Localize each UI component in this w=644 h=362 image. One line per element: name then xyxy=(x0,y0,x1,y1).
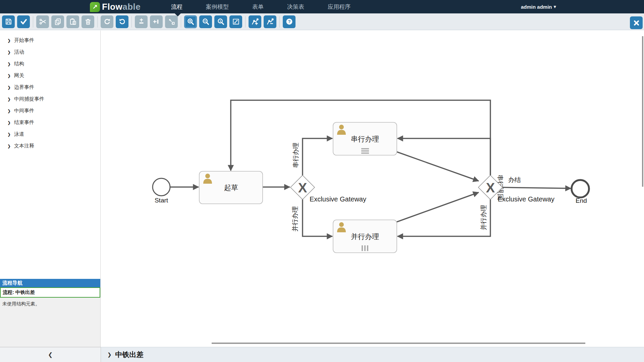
sidebar-item-label: 网关 xyxy=(14,72,24,79)
flow-serial-to-gateway2[interactable] xyxy=(397,152,479,181)
flow-gateway2-to-end[interactable] xyxy=(502,187,571,188)
align-horizontal-icon xyxy=(153,18,160,25)
toolbar-separator xyxy=(279,16,280,27)
navbar-tabs: 流程案例模型表单决策表应用程序 xyxy=(171,0,351,13)
chevron-down-icon: ▾ xyxy=(553,4,556,10)
canvas-horizontal-scrollbar[interactable] xyxy=(212,343,585,344)
zoom-out-button[interactable] xyxy=(199,15,212,28)
save-button[interactable] xyxy=(2,15,15,28)
tab-决策表[interactable]: 决策表 xyxy=(287,3,304,11)
zoom-actual-button[interactable]: 1 xyxy=(214,15,227,28)
paste-button[interactable] xyxy=(66,15,79,28)
sidebar-footer: ❮ xyxy=(0,347,101,362)
process-navigator-current[interactable]: 流程: 中铁出差 xyxy=(0,287,100,298)
svg-text:?: ? xyxy=(288,19,290,24)
breadcrumb-process-name[interactable]: 中铁出差 xyxy=(115,350,144,359)
start-event-node[interactable]: Start xyxy=(153,178,170,204)
user-task-serial[interactable]: 串行办理 xyxy=(333,122,397,155)
same-size-button[interactable] xyxy=(165,15,178,28)
editor-toolbar: 1? xyxy=(0,13,644,30)
flowable-logo[interactable]: ↗ Flowable xyxy=(90,2,141,12)
remove-bendpoint-button[interactable] xyxy=(264,15,276,28)
flow-label-parallel-return: 并行办理 xyxy=(480,205,487,230)
sidebar-item-label: 文本注释 xyxy=(14,143,34,149)
undo-icon xyxy=(118,18,126,25)
exclusive-gateway-x-icon: X xyxy=(298,180,307,195)
zoom-fit-button[interactable] xyxy=(229,15,242,28)
flowable-logo-text: Flowable xyxy=(102,2,141,12)
user-task-parallel[interactable]: 并行办理 xyxy=(333,220,397,253)
help-icon: ? xyxy=(285,18,293,25)
sequential-multi-instance-icon xyxy=(361,148,369,154)
toolbar-group xyxy=(135,15,178,28)
flow-parallel-to-gateway2[interactable] xyxy=(397,192,479,222)
add-bendpoint-button[interactable] xyxy=(249,15,261,28)
exclusive-gateway-2-label: Exclusive Gateway xyxy=(498,195,554,203)
undo-button[interactable] xyxy=(116,15,128,28)
tab-应用程序[interactable]: 应用程序 xyxy=(328,3,351,11)
toolbar-group: ? xyxy=(283,15,296,28)
user-task-parallel-label: 并行办理 xyxy=(351,233,379,240)
validate-button[interactable] xyxy=(17,15,30,28)
close-icon xyxy=(633,19,640,27)
validate-icon xyxy=(20,18,28,25)
same-size-icon xyxy=(168,18,175,25)
end-event-node[interactable]: End xyxy=(572,180,589,204)
close-editor-button[interactable] xyxy=(630,16,643,29)
align-vertical-button[interactable] xyxy=(135,15,148,28)
redo-icon xyxy=(103,18,111,25)
user-menu[interactable]: admin admin ▾ xyxy=(521,0,556,13)
sidebar-item-文本注释[interactable]: ❯文本注释 xyxy=(0,140,100,152)
brand-text-primary: Flow xyxy=(102,2,122,12)
paste-icon xyxy=(69,18,77,25)
breadcrumb-bar: ❯ 中铁出差 xyxy=(101,347,644,362)
help-button[interactable]: ? xyxy=(283,15,296,28)
exclusive-gateway-1[interactable]: X Exclusive Gateway xyxy=(290,175,366,203)
align-vertical-icon xyxy=(138,18,145,25)
align-horizontal-button[interactable] xyxy=(150,15,163,28)
redo-button[interactable] xyxy=(101,15,113,28)
sidebar-item-label: 活动 xyxy=(14,49,24,55)
sidebar-item-网关[interactable]: ❯网关 xyxy=(0,70,100,81)
delete-icon xyxy=(84,18,92,25)
bpmn-diagram: 串行办理 并行办理 串行退回 并行办理 办结 Start 起草 串行办理 xyxy=(101,31,644,347)
sidebar-item-边界事件[interactable]: ❯边界事件 xyxy=(0,81,100,93)
collapse-sidebar-button[interactable]: ❮ xyxy=(48,351,53,358)
exclusive-gateway-x-icon: X xyxy=(486,180,495,195)
process-navigator-panel: 流程导航 流程: 中铁出差 未使用结构元素。 xyxy=(0,279,100,347)
zoom-fit-icon xyxy=(232,18,240,25)
shape-palette: ❯开始事件❯活动❯结构❯网关❯边界事件❯中间捕捉事件❯中间事件❯结束事件❯泳道❯… xyxy=(0,31,100,152)
flowable-logo-icon: ↗ xyxy=(90,2,100,12)
top-navbar: ↗ Flowable 流程案例模型表单决策表应用程序 admin admin ▾ xyxy=(0,0,644,13)
chevron-right-icon: ❯ xyxy=(7,97,11,102)
chevron-right-icon: ❯ xyxy=(7,132,11,137)
delete-button[interactable] xyxy=(82,15,94,28)
sidebar-item-label: 中间事件 xyxy=(14,108,34,114)
user-task-draft[interactable]: 起草 xyxy=(199,171,263,204)
zoom-out-icon xyxy=(202,18,210,25)
sidebar-item-中间事件[interactable]: ❯中间事件 xyxy=(0,105,100,117)
user-name: admin admin xyxy=(521,4,552,10)
sidebar-item-结构[interactable]: ❯结构 xyxy=(0,58,100,70)
toolbar-group xyxy=(36,15,94,28)
svg-text:1: 1 xyxy=(219,19,221,23)
tab-表单[interactable]: 表单 xyxy=(252,3,264,11)
canvas-vertical-scrollbar[interactable] xyxy=(642,36,643,187)
zoom-in-button[interactable] xyxy=(184,15,197,28)
chevron-right-icon: ❯ xyxy=(7,50,11,55)
sidebar-item-中间捕捉事件[interactable]: ❯中间捕捉事件 xyxy=(0,93,100,105)
chevron-right-icon: ❯ xyxy=(7,73,11,78)
flow-gateway1-to-serial[interactable] xyxy=(303,138,332,175)
copy-button[interactable] xyxy=(51,15,64,28)
sidebar-item-开始事件[interactable]: ❯开始事件 xyxy=(0,35,100,46)
sidebar-item-结束事件[interactable]: ❯结束事件 xyxy=(0,117,100,128)
sidebar-item-泳道[interactable]: ❯泳道 xyxy=(0,128,100,140)
cut-icon xyxy=(39,18,47,25)
flow-gateway1-to-parallel[interactable] xyxy=(303,199,332,236)
cut-button[interactable] xyxy=(36,15,49,28)
bpmn-canvas[interactable]: 串行办理 并行办理 串行退回 并行办理 办结 Start 起草 串行办理 xyxy=(101,31,644,347)
tab-案例模型[interactable]: 案例模型 xyxy=(206,3,229,11)
sidebar-item-活动[interactable]: ❯活动 xyxy=(0,46,100,58)
tab-流程[interactable]: 流程 xyxy=(171,3,182,11)
chevron-right-icon: ❯ xyxy=(7,62,11,66)
